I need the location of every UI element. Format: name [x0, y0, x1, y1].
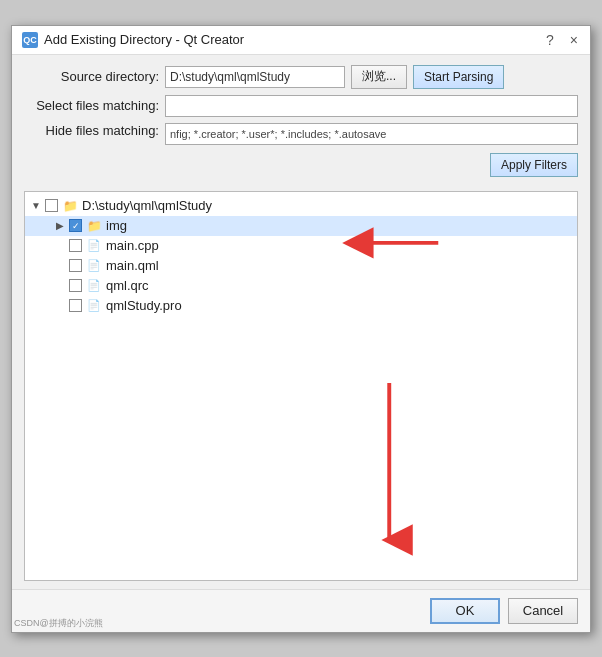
main-cpp-checkbox[interactable] — [69, 239, 82, 252]
img-folder-icon: 📁 — [86, 218, 102, 234]
start-parsing-button[interactable]: Start Parsing — [413, 65, 504, 89]
app-icon: QC — [22, 32, 38, 48]
root-label: D:\study\qml\qmlStudy — [82, 198, 212, 213]
img-label: img — [106, 218, 127, 233]
tree-item-img[interactable]: ▶ 📁 img — [25, 216, 577, 236]
tree-item-main-qml[interactable]: ▶ 📄 main.qml — [25, 256, 577, 276]
apply-filters-button[interactable]: Apply Filters — [490, 153, 578, 177]
source-directory-input[interactable] — [165, 66, 345, 88]
main-qml-checkbox[interactable] — [69, 259, 82, 272]
ok-button[interactable]: OK — [430, 598, 500, 624]
qrc-file-icon: 📄 — [86, 278, 102, 294]
browse-button[interactable]: 浏览... — [351, 65, 407, 89]
root-folder-icon: 📁 — [62, 198, 78, 214]
select-files-label: Select files matching: — [24, 98, 159, 113]
expand-root-icon[interactable]: ▼ — [29, 199, 43, 213]
source-directory-label: Source directory: — [24, 69, 159, 84]
window-controls: ? × — [544, 32, 580, 48]
root-checkbox[interactable] — [45, 199, 58, 212]
apply-filters-row: Apply Filters — [24, 153, 578, 177]
select-files-input[interactable] — [165, 95, 578, 117]
main-qml-label: main.qml — [106, 258, 159, 273]
tree-item-qml-study-pro[interactable]: ▶ 📄 qmlStudy.pro — [25, 296, 577, 316]
hide-files-label: Hide files matching: — [24, 123, 159, 138]
qml-study-pro-checkbox[interactable] — [69, 299, 82, 312]
title-bar: QC Add Existing Directory - Qt Creator ?… — [12, 26, 590, 55]
qml-study-pro-label: qmlStudy.pro — [106, 298, 182, 313]
img-checkbox[interactable] — [69, 219, 82, 232]
dialog-title: Add Existing Directory - Qt Creator — [44, 32, 244, 47]
close-button[interactable]: × — [568, 32, 580, 48]
tree-item-qml-qrc[interactable]: ▶ 📄 qml.qrc — [25, 276, 577, 296]
qml-file-icon: 📄 — [86, 258, 102, 274]
cpp-file-icon: 📄 — [86, 238, 102, 254]
qml-qrc-checkbox[interactable] — [69, 279, 82, 292]
expand-img-icon[interactable]: ▶ — [53, 219, 67, 233]
watermark: CSDN@拼搏的小浣熊 — [14, 617, 103, 630]
source-directory-row: Source directory: 浏览... Start Parsing — [24, 65, 578, 89]
file-tree[interactable]: ▼ 📁 D:\study\qml\qmlStudy ▶ 📁 img ▶ 📄 ma… — [24, 191, 578, 581]
dialog-body: Source directory: 浏览... Start Parsing Se… — [12, 55, 590, 187]
main-cpp-label: main.cpp — [106, 238, 159, 253]
cancel-button[interactable]: Cancel — [508, 598, 578, 624]
tree-item-main-cpp[interactable]: ▶ 📄 main.cpp — [25, 236, 577, 256]
hide-files-row: Hide files matching: — [24, 123, 578, 145]
pro-file-icon: 📄 — [86, 298, 102, 314]
qml-qrc-label: qml.qrc — [106, 278, 149, 293]
tree-root-item[interactable]: ▼ 📁 D:\study\qml\qmlStudy — [25, 196, 577, 216]
hide-files-input[interactable] — [165, 123, 578, 145]
help-button[interactable]: ? — [544, 32, 556, 48]
select-files-row: Select files matching: — [24, 95, 578, 117]
